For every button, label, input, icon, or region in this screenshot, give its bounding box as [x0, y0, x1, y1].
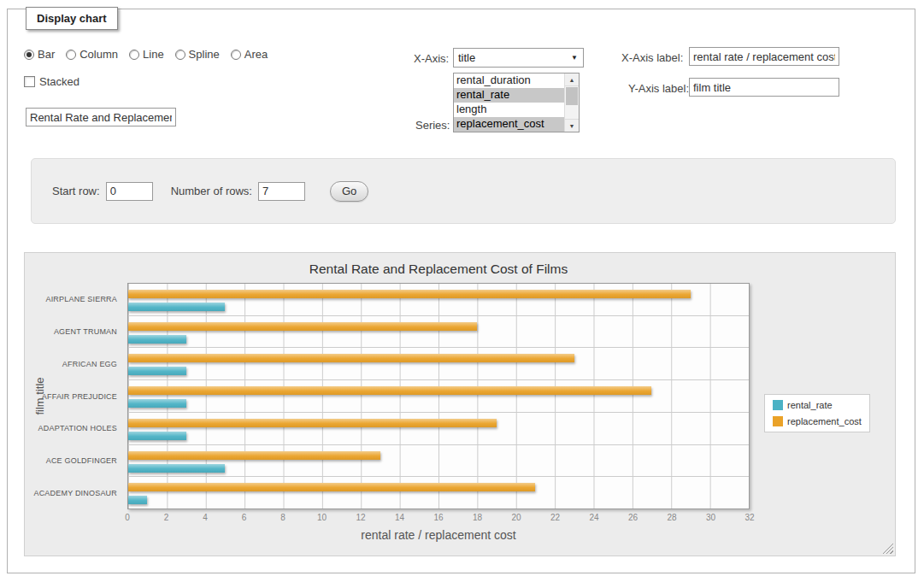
start-row-label: Start row:: [52, 185, 100, 197]
x-tick-label: 24: [589, 513, 598, 522]
x-ticks: 02468101214161820222426283032: [127, 513, 750, 523]
chart-panel: Rental Rate and Replacement Cost of Film…: [24, 252, 896, 556]
x-tick-label: 14: [395, 513, 404, 522]
chart-type-option-bar[interactable]: Bar: [24, 48, 55, 61]
x-tick-label: 22: [550, 513, 560, 522]
x-tick-label: 20: [511, 513, 521, 522]
chart-type-option-spline[interactable]: Spline: [175, 48, 220, 61]
resize-handle-icon[interactable]: [882, 543, 893, 554]
x-tick-label: 8: [280, 513, 285, 522]
bar-rental_rate: [128, 496, 147, 504]
x-tick-label: 30: [706, 513, 715, 522]
x-tick-label: 4: [203, 513, 208, 522]
series-option-rental_duration[interactable]: rental_duration: [454, 73, 564, 88]
bar-replacement_cost: [128, 290, 691, 298]
fieldset-legend: Display chart: [26, 7, 118, 30]
legend-label: replacement_cost: [787, 416, 862, 426]
bar-replacement_cost: [128, 386, 651, 395]
x-tick-label: 0: [125, 513, 130, 522]
bar-rental_rate: [128, 303, 225, 311]
x-tick-label: 12: [356, 513, 365, 522]
plot-area: [127, 283, 750, 509]
stacked-checkbox[interactable]: [24, 76, 35, 87]
x-tick-label: 10: [317, 513, 327, 522]
radio-label: Column: [79, 48, 118, 61]
radio-icon[interactable]: [129, 50, 139, 60]
bar-rental_rate: [128, 335, 186, 344]
radio-label: Area: [244, 48, 268, 61]
display-chart-page: Display chart BarColumnLineSplineArea St…: [0, 0, 924, 582]
category-label: AFRICAN EGG: [25, 348, 122, 380]
x-tick-label: 16: [433, 513, 443, 522]
plot-row: [128, 380, 749, 413]
bar-rental_rate: [128, 399, 186, 408]
y-axis-label-input[interactable]: [689, 78, 839, 97]
scroll-down-icon[interactable]: ▼: [565, 119, 579, 132]
plot-row: [128, 413, 749, 445]
chart-type-radios: BarColumnLineSplineArea: [24, 48, 268, 61]
series-option-length[interactable]: length: [454, 103, 564, 117]
category-label: ACADEMY DINOSAUR: [25, 477, 122, 509]
category-label: AFFAIR PREJUDICE: [25, 380, 122, 413]
go-button[interactable]: Go: [330, 181, 368, 202]
plot-row: [128, 316, 749, 349]
scroll-up-icon[interactable]: ▲: [565, 73, 579, 86]
legend-label: rental_rate: [787, 400, 833, 410]
series-multiselect-options: rental_durationrental_ratelengthreplacem…: [454, 73, 564, 132]
stacked-checkbox-row[interactable]: Stacked: [24, 75, 79, 88]
x-axis-select[interactable]: title ▼: [453, 48, 584, 68]
bar-rental_rate: [128, 464, 225, 473]
chart-type-option-area[interactable]: Area: [231, 48, 268, 61]
chart-title-input[interactable]: [26, 108, 176, 126]
y-axis-label-field-label: Y-Axis label:: [628, 82, 689, 95]
bar-replacement_cost: [128, 419, 497, 427]
category-label: AGENT TRUMAN: [25, 315, 122, 348]
radio-icon[interactable]: [66, 50, 76, 60]
plot-rows: [128, 284, 749, 509]
rows-panel: Start row: Number of rows: Go: [31, 158, 896, 224]
radio-label: Spline: [189, 48, 220, 61]
radio-icon[interactable]: [175, 50, 185, 60]
radio-label: Bar: [38, 48, 55, 61]
bar-replacement_cost: [128, 322, 477, 331]
series-option-rental_rate[interactable]: rental_rate: [454, 88, 564, 103]
series-multiselect-scrollbar[interactable]: ▲ ▼: [564, 73, 579, 132]
scrollbar-thumb[interactable]: [566, 87, 578, 105]
plot-row: [128, 348, 749, 380]
series-select-label: Series:: [415, 119, 450, 132]
plot-row: [128, 477, 749, 509]
series-multiselect[interactable]: rental_durationrental_ratelengthreplacem…: [453, 73, 580, 132]
legend-swatch: [773, 416, 783, 426]
number-of-rows-input[interactable]: [258, 182, 305, 201]
legend-item-rental_rate: rental_rate: [773, 400, 862, 410]
chart-type-option-column[interactable]: Column: [66, 48, 118, 61]
number-of-rows-label: Number of rows:: [171, 185, 252, 197]
category-label: AIRPLANE SIERRA: [25, 283, 122, 315]
category-label: ADAPTATION HOLES: [25, 412, 122, 444]
x-axis-select-label: X-Axis:: [414, 52, 449, 65]
radio-label: Line: [143, 48, 164, 61]
stacked-label: Stacked: [39, 75, 79, 88]
series-option-replacement_cost[interactable]: replacement_cost: [454, 117, 564, 132]
start-row-input[interactable]: [106, 182, 153, 201]
bar-replacement_cost: [128, 451, 380, 460]
radio-icon[interactable]: [231, 50, 241, 60]
x-tick-label: 32: [744, 513, 754, 522]
plot-row: [128, 284, 749, 316]
radio-icon[interactable]: [24, 50, 34, 60]
bar-rental_rate: [128, 432, 186, 440]
x-axis-label-input[interactable]: [689, 47, 839, 66]
chart-type-option-line[interactable]: Line: [129, 48, 164, 61]
x-tick-label: 28: [667, 513, 676, 522]
bar-replacement_cost: [128, 483, 535, 491]
bar-rental_rate: [128, 367, 186, 375]
x-tick-label: 18: [473, 513, 482, 522]
x-tick-label: 26: [628, 513, 638, 522]
x-axis-title: rental rate / replacement cost: [127, 528, 750, 542]
x-tick-label: 2: [164, 513, 169, 522]
chart-legend: rental_ratereplacement_cost: [764, 394, 870, 432]
plot-row: [128, 445, 749, 478]
legend-item-replacement_cost: replacement_cost: [773, 416, 862, 426]
x-tick-label: 6: [242, 513, 247, 522]
chevron-down-icon: ▼: [571, 55, 578, 62]
